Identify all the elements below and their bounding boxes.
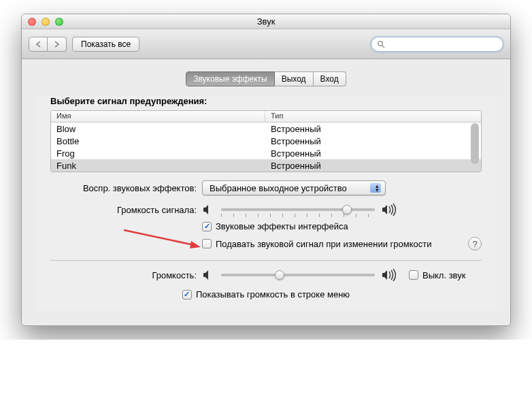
column-type[interactable]: Тип bbox=[265, 111, 481, 122]
ui-sounds-row: ✓ Звуковые эффекты интерфейса bbox=[202, 221, 482, 231]
speaker-high-icon bbox=[382, 204, 399, 216]
window-title: Звук bbox=[22, 16, 510, 27]
column-name[interactable]: Имя bbox=[51, 111, 265, 122]
feedback-checkbox[interactable] bbox=[202, 239, 212, 248]
annotation-arrow-icon bbox=[120, 225, 202, 252]
table-row[interactable]: Blow Встроенный bbox=[51, 123, 481, 135]
play-through-value: Выбранное выходное устройство bbox=[210, 183, 347, 193]
mute-checkbox[interactable] bbox=[409, 270, 418, 280]
close-icon[interactable] bbox=[28, 18, 36, 26]
traffic-lights bbox=[22, 18, 63, 26]
alert-sound-table: Имя Тип Blow Встроенный Bottle Встроенны… bbox=[50, 110, 482, 172]
menubar-checkbox[interactable]: ✓ bbox=[182, 290, 192, 299]
search-input[interactable] bbox=[388, 39, 497, 49]
minimize-icon[interactable] bbox=[41, 18, 50, 26]
alert-volume-slider[interactable] bbox=[221, 208, 375, 211]
tab-bar: Звуковые эффекты Выход Вход bbox=[35, 71, 497, 86]
toolbar: Показать все bbox=[22, 29, 510, 59]
back-button[interactable] bbox=[29, 37, 48, 52]
chevron-updown-icon: ▴▾ bbox=[376, 184, 379, 192]
menubar-label: Показывать громкость в строке меню bbox=[196, 289, 350, 299]
table-scrollbar[interactable] bbox=[470, 123, 480, 170]
speaker-high-icon bbox=[382, 269, 399, 281]
speaker-low-icon bbox=[202, 204, 214, 215]
titlebar: Звук bbox=[22, 14, 510, 29]
output-volume-label: Громкость: bbox=[50, 270, 197, 280]
show-all-button[interactable]: Показать все bbox=[72, 37, 139, 52]
sound-preferences-window: Звук Показать все Звуковые эффекты Выход… bbox=[21, 14, 511, 326]
nav-buttons bbox=[29, 37, 67, 52]
alert-sound-label: Выберите сигнал предупреждения: bbox=[50, 96, 482, 106]
slider-thumb[interactable] bbox=[342, 205, 352, 214]
scroll-thumb[interactable] bbox=[471, 123, 479, 164]
show-all-label: Показать все bbox=[81, 39, 131, 49]
tab-input[interactable]: Вход bbox=[314, 71, 346, 86]
svg-marker-3 bbox=[190, 241, 201, 248]
help-button[interactable]: ? bbox=[468, 237, 482, 250]
feedback-row: Подавать звуковой сигнал при изменении г… bbox=[202, 237, 482, 250]
search-icon bbox=[377, 40, 385, 48]
ui-sounds-label: Звуковые эффекты интерфейса bbox=[216, 221, 348, 231]
alert-volume-label: Громкость сигнала: bbox=[50, 205, 197, 215]
tab-sound-effects[interactable]: Звуковые эффекты bbox=[186, 71, 274, 86]
separator bbox=[50, 260, 482, 261]
slider-thumb[interactable] bbox=[275, 270, 284, 280]
output-volume-slider[interactable] bbox=[221, 274, 375, 276]
table-row[interactable]: Frog Встроенный bbox=[51, 147, 481, 159]
menubar-row: ✓ Показывать громкость в строке меню bbox=[50, 289, 482, 299]
forward-button[interactable] bbox=[48, 37, 67, 52]
mute-label: Выкл. звук bbox=[422, 270, 465, 280]
svg-point-0 bbox=[378, 41, 383, 46]
play-through-select[interactable]: Выбранное выходное устройство ▴▾ bbox=[202, 180, 386, 195]
feedback-label: Подавать звуковой сигнал при изменении г… bbox=[216, 239, 431, 249]
svg-line-1 bbox=[382, 45, 384, 47]
tab-output[interactable]: Выход bbox=[275, 71, 314, 86]
search-field[interactable] bbox=[371, 37, 503, 52]
svg-line-2 bbox=[124, 230, 194, 245]
table-row[interactable]: Funk Встроенный bbox=[51, 159, 481, 172]
ui-sounds-checkbox[interactable]: ✓ bbox=[202, 222, 212, 231]
sound-effects-panel: Выберите сигнал предупреждения: Имя Тип … bbox=[35, 96, 497, 310]
table-row[interactable]: Bottle Встроенный bbox=[51, 135, 481, 147]
speaker-low-icon bbox=[202, 270, 214, 280]
play-through-label: Воспр. звуковых эффектов: bbox=[50, 183, 197, 193]
table-body: Blow Встроенный Bottle Встроенный Frog В… bbox=[51, 123, 481, 172]
table-header: Имя Тип bbox=[51, 111, 481, 123]
content: Звуковые эффекты Выход Вход Выберите сиг… bbox=[22, 59, 510, 325]
zoom-icon[interactable] bbox=[55, 18, 63, 26]
